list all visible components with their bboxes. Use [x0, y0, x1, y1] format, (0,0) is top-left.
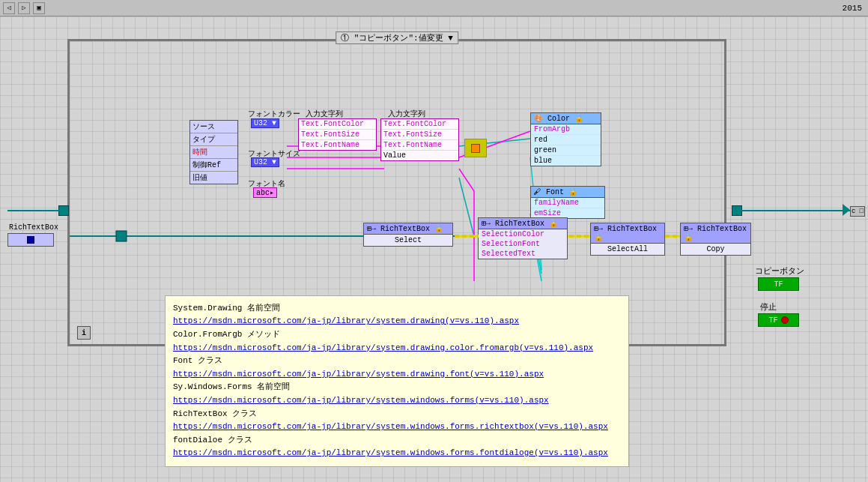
info-link-6[interactable]: https://msdn.microsoft.com/ja-jp/library…: [173, 448, 608, 457]
info-line-5: Font クラス: [173, 355, 621, 368]
info-link-1[interactable]: https://msdn.microsoft.com/ja-jp/library…: [173, 316, 519, 325]
left-text-nodes: Text.FontColor Text.FontSize Text.FontNa…: [298, 118, 377, 151]
info-line-12[interactable]: https://msdn.microsoft.com/ja-jp/library…: [173, 447, 621, 460]
info-text-3: Font クラス: [173, 356, 222, 365]
window-icon[interactable]: ▣: [33, 2, 45, 14]
font-block: 🖋 Font 🔒 familyName emSize: [530, 186, 605, 219]
info-line-10[interactable]: https://msdn.microsoft.com/ja-jp/library…: [173, 421, 621, 434]
side-rtb-box: [7, 233, 54, 247]
color-block: 🎨 Color 🔒 FromArgb red green blue: [530, 112, 601, 166]
info-line-6[interactable]: https://msdn.microsoft.com/ja-jp/library…: [173, 368, 621, 382]
abc-box: abc▸: [253, 187, 277, 198]
rtb-select-node: ⊞→ RichTextBox 🔒 Select: [363, 223, 453, 247]
stop-icon: [781, 316, 789, 324]
svg-line-9: [459, 178, 474, 236]
toolbar: ◁ ▷ ▣ 2015: [0, 0, 868, 16]
info-line-9: RichTextBox クラス: [173, 408, 621, 421]
info-line-1: System.Drawing 名前空間: [173, 302, 621, 316]
canvas-area: 100 ① "コピーボタン":値変更 ▼ i: [0, 16, 868, 482]
info-line-7: Sy.Windows.Forms 名前空間: [173, 381, 621, 394]
source-block: ソース タイプ 時間 制御Ref 旧値: [189, 120, 238, 184]
frame-title: ① "コピーボタン":値変更 ▼: [336, 31, 458, 44]
svg-line-8: [459, 169, 474, 191]
stop-btn-box[interactable]: TF: [758, 313, 799, 327]
input-str-label-1: 入力文字列: [306, 109, 343, 119]
rtb-sel-props-node: ⊞→ RichTextBox 🔒 SelectionColor Selectio…: [478, 217, 568, 259]
year-label: 2015: [843, 4, 862, 13]
index-label: i: [77, 326, 91, 340]
right-text-nodes: Text.FontColor Text.FontSize Text.FontNa…: [380, 118, 459, 161]
input-str-label-2: 入力文字列: [388, 109, 425, 119]
font-color-label: フォントカラー: [248, 109, 300, 119]
main-wire-right: [732, 210, 856, 211]
info-text-6: fontDialoe クラス: [173, 436, 252, 445]
info-link-5[interactable]: https://msdn.microsoft.com/ja-jp/library…: [173, 422, 608, 431]
info-line-8[interactable]: https://msdn.microsoft.com/ja-jp/library…: [173, 394, 621, 408]
rtb-copy-node: ⊞→ RichTextBox 🔒 Copy: [680, 223, 751, 256]
info-text-2: Color.FromArgb メソッド: [173, 330, 280, 339]
info-line-11: fontDialoe クラス: [173, 434, 621, 448]
right-end-box: c □: [850, 206, 865, 217]
info-box: System.Drawing 名前空間 https://msdn.microso…: [165, 295, 629, 467]
main-wire-left: [7, 210, 66, 211]
info-link-3[interactable]: https://msdn.microsoft.com/ja-jp/library…: [173, 370, 544, 379]
info-link-4[interactable]: https://msdn.microsoft.com/ja-jp/library…: [173, 396, 549, 405]
back-icon[interactable]: ◁: [3, 2, 15, 14]
forward-icon[interactable]: ▷: [18, 2, 30, 14]
side-rich-label: RichTextBox: [9, 223, 58, 232]
stop-btn-label: 停止: [760, 301, 777, 313]
right-arrow-icon: [843, 204, 850, 216]
connector-box: [464, 139, 487, 157]
info-line-2[interactable]: https://msdn.microsoft.com/ja-jp/library…: [173, 315, 621, 328]
u32-box-2: U32 ▼: [251, 157, 279, 167]
wire-yellow-1: [455, 235, 479, 238]
color-block-title: 🎨 Color 🔒: [531, 113, 601, 124]
info-line-4[interactable]: https://msdn.microsoft.com/ja-jp/library…: [173, 342, 621, 355]
info-text-1: System.Drawing 名前空間: [173, 304, 280, 313]
info-link-2[interactable]: https://msdn.microsoft.com/ja-jp/library…: [173, 343, 593, 352]
info-text-5: RichTextBox クラス: [173, 409, 257, 418]
info-text-4: Sy.Windows.Forms 名前空間: [173, 382, 290, 391]
toolbar-icons: ◁ ▷ ▣: [3, 2, 45, 14]
u32-box-1: U32 ▼: [251, 118, 279, 128]
stop-tf-label: TF: [768, 316, 777, 325]
copy-btn-label: コピーボタン: [755, 265, 804, 277]
wire-yellow-2: [569, 235, 590, 238]
wire-yellow-3: [665, 235, 680, 238]
font-block-title: 🖋 Font 🔒: [531, 187, 604, 198]
rtb-selectall-node: ⊞→ RichTextBox 🔒 SelectAll: [590, 223, 665, 256]
info-line-3: Color.FromArgb メソッド: [173, 328, 621, 342]
copy-btn-box[interactable]: TF: [758, 277, 799, 291]
svg-rect-1: [116, 231, 127, 241]
